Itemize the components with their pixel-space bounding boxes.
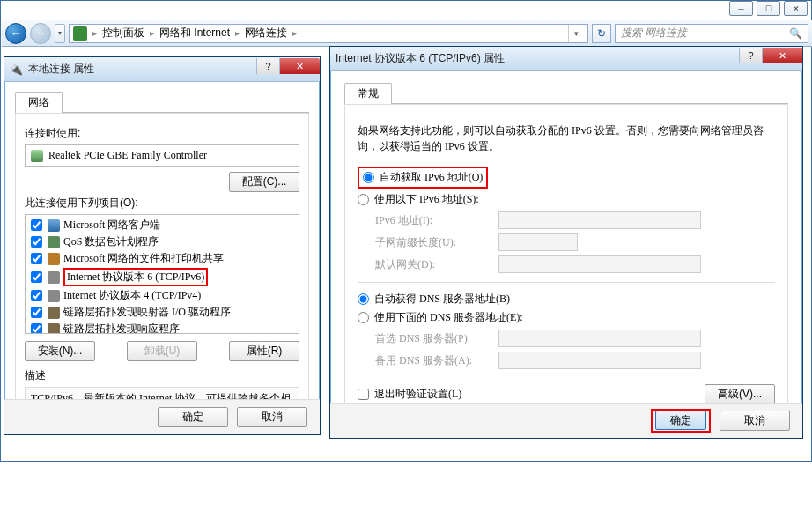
item-checkbox[interactable] <box>31 307 42 318</box>
protocol-icon <box>48 307 60 319</box>
uninstall-button[interactable]: 卸载(U) <box>127 341 197 361</box>
tab-network[interactable]: 网络 <box>15 92 63 113</box>
list-item[interactable]: 链路层拓扑发现映射器 I/O 驱动程序 <box>29 304 295 321</box>
item-label: Internet 协议版本 6 (TCP/IPv6) <box>63 268 208 286</box>
ipv6-address-input <box>498 211 701 229</box>
item-checkbox[interactable] <box>31 290 42 301</box>
item-checkbox[interactable] <box>31 219 42 231</box>
breadcrumb-item[interactable]: 网络连接 <box>245 26 287 41</box>
connect-using-label: 连接时使用: <box>25 126 299 141</box>
search-icon: 🔍 <box>789 27 802 40</box>
ok-button[interactable]: 确定 <box>655 411 706 430</box>
breadcrumb-item[interactable]: 网络和 Internet <box>159 26 230 41</box>
minimize-button[interactable]: ─ <box>729 1 753 16</box>
item-checkbox[interactable] <box>31 323 42 334</box>
item-label: 链路层拓扑发现映射器 I/O 驱动程序 <box>63 305 231 320</box>
list-item[interactable]: QoS 数据包计划程序 <box>29 233 295 250</box>
breadcrumb-sep: ▸ <box>150 28 154 38</box>
item-checkbox[interactable] <box>31 236 42 248</box>
ok-button[interactable]: 确定 <box>158 407 228 427</box>
nav-history-dropdown[interactable]: ▾ <box>55 24 65 43</box>
help-button[interactable]: ? <box>739 48 762 63</box>
manual-dns-radio[interactable] <box>358 312 369 323</box>
breadcrumb-sep: ▸ <box>235 28 240 38</box>
control-panel-icon <box>73 26 87 41</box>
cancel-button[interactable]: 取消 <box>720 411 790 431</box>
explorer-toolbar: ← → ▾ ▸ 控制面板 ▸ 网络和 Internet ▸ 网络连接 ▸ ▾ ↻… <box>2 20 812 47</box>
auto-ipv6-highlight: 自动获取 IPv6 地址(O) <box>358 167 488 189</box>
nic-icon <box>31 150 43 162</box>
item-checkbox[interactable] <box>31 271 42 283</box>
refresh-button[interactable]: ↻ <box>592 24 611 43</box>
dialog-title: Internet 协议版本 6 (TCP/IPv6) 属性 <box>336 51 505 66</box>
tab-strip: 网络 <box>15 91 309 113</box>
protocol-icon <box>48 236 60 248</box>
window-controls: ─ ☐ ✕ <box>729 1 808 16</box>
item-checkbox[interactable] <box>31 253 42 264</box>
list-item[interactable]: Internet 协议版本 6 (TCP/IPv6) <box>29 267 295 287</box>
auto-dns-radio[interactable] <box>358 293 369 305</box>
advanced-button[interactable]: 高级(V)... <box>705 384 775 404</box>
validate-on-exit-label: 退出时验证设置(L) <box>374 387 461 402</box>
breadcrumb-sep: ▸ <box>292 28 297 38</box>
list-item[interactable]: Microsoft 网络的文件和打印机共享 <box>29 250 295 267</box>
nic-icon: 🔌 <box>10 63 23 76</box>
address-bar[interactable]: ▸ 控制面板 ▸ 网络和 Internet ▸ 网络连接 ▸ ▾ <box>69 24 588 43</box>
maximize-button[interactable]: ☐ <box>757 1 780 16</box>
list-item[interactable]: 链路层拓扑发现响应程序 <box>29 321 295 334</box>
protocol-icon <box>48 271 60 284</box>
dialog-footer: 确定 取消 <box>4 399 320 434</box>
item-label: Microsoft 网络客户端 <box>63 218 160 233</box>
close-button[interactable]: ✕ <box>762 48 802 63</box>
item-label: Internet 协议版本 4 (TCP/IPv4) <box>63 288 201 303</box>
info-text: 如果网络支持此功能，则可以自动获取分配的 IPv6 设置。否则，您需要向网络管理… <box>358 122 775 154</box>
item-label: Microsoft 网络的文件和打印机共享 <box>63 251 224 266</box>
ipv6-properties-dialog: Internet 协议版本 6 (TCP/IPv6) 属性 ? ✕ 常规 如果网… <box>329 46 803 439</box>
help-button[interactable]: ? <box>256 58 279 74</box>
protocol-icon <box>48 219 60 232</box>
preferred-dns-label: 首选 DNS 服务器(P): <box>375 331 490 346</box>
auto-dns-label: 自动获得 DNS 服务器地址(B) <box>374 292 510 307</box>
breadcrumb-item[interactable]: 控制面板 <box>102 26 144 41</box>
dialog-titlebar: Internet 协议版本 6 (TCP/IPv6) 属性 ? ✕ <box>330 47 802 71</box>
protocol-icon <box>48 290 60 302</box>
gateway-label: 默认网关(D): <box>375 257 490 272</box>
dialog-footer: 确定 取消 <box>330 403 802 438</box>
validate-on-exit-checkbox[interactable] <box>358 389 369 400</box>
address-dropdown[interactable]: ▾ <box>568 25 584 42</box>
auto-ipv6-radio[interactable] <box>363 172 374 183</box>
search-box[interactable]: 搜索 网络连接 🔍 <box>615 24 808 43</box>
breadcrumb-sep: ▸ <box>92 28 97 38</box>
tab-strip: 常规 <box>344 82 788 104</box>
list-item[interactable]: Internet 协议版本 4 (TCP/IPv4) <box>29 287 295 304</box>
divider <box>358 282 775 283</box>
connection-items-list[interactable]: Microsoft 网络客户端QoS 数据包计划程序Microsoft 网络的文… <box>25 214 299 334</box>
close-button[interactable]: ✕ <box>784 1 808 16</box>
prefix-length-input <box>498 233 578 251</box>
adapter-display: Realtek PCIe GBE Family Controller <box>25 144 299 167</box>
manual-ipv6-label: 使用以下 IPv6 地址(S): <box>374 192 479 207</box>
tab-general[interactable]: 常规 <box>344 83 392 104</box>
cancel-button[interactable]: 取消 <box>237 407 307 427</box>
preferred-dns-input <box>498 330 701 347</box>
close-button[interactable]: ✕ <box>279 58 320 74</box>
item-label: QoS 数据包计划程序 <box>63 234 159 249</box>
properties-button[interactable]: 属性(R) <box>229 341 299 361</box>
manual-dns-label: 使用下面的 DNS 服务器地址(E): <box>374 310 523 325</box>
dialog-titlebar: 🔌 本地连接 属性 ? ✕ <box>4 57 320 82</box>
manual-ipv6-radio[interactable] <box>358 194 369 205</box>
alternate-dns-input <box>498 352 701 369</box>
list-item[interactable]: Microsoft 网络客户端 <box>29 217 295 233</box>
install-button[interactable]: 安装(N)... <box>25 341 95 361</box>
dialog-title: 本地连接 属性 <box>28 62 94 77</box>
description-label: 描述 <box>25 368 299 383</box>
ok-highlight: 确定 <box>651 409 711 433</box>
protocol-icon <box>48 253 60 265</box>
gateway-input <box>498 256 701 273</box>
forward-button[interactable]: → <box>30 23 51 44</box>
configure-button[interactable]: 配置(C)... <box>229 172 299 192</box>
search-placeholder: 搜索 网络连接 <box>621 26 687 41</box>
tab-panel: 连接时使用: Realtek PCIe GBE Family Controlle… <box>15 113 309 433</box>
back-button[interactable]: ← <box>5 23 26 44</box>
prefix-length-label: 子网前缀长度(U): <box>375 235 490 250</box>
